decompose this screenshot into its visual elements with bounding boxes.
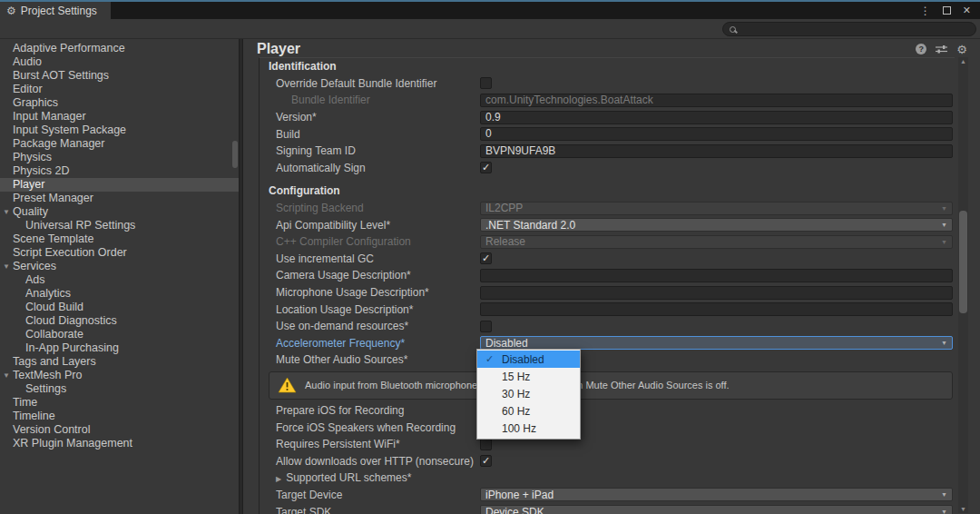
dropdown-value: Release — [485, 235, 525, 248]
sidebar-item-label: Cloud Build — [25, 301, 83, 313]
sidebar-item-in-app-purchasing[interactable]: In-App Purchasing — [0, 341, 239, 355]
sidebar-item-time[interactable]: Time — [0, 396, 239, 410]
sidebar-item-cloud-diagnostics[interactable]: Cloud Diagnostics — [0, 314, 239, 328]
sidebar-item-physics[interactable]: Physics — [0, 151, 239, 164]
textfield-microphone-usage-description[interactable] — [480, 286, 953, 300]
checkbox-allow-downloads-over-http-nonsecure[interactable]: ✓ — [480, 455, 492, 467]
sidebar-item-xr-plugin-management[interactable]: XR Plugin Management — [0, 437, 239, 450]
sidebar-item-analytics[interactable]: Analytics — [0, 287, 239, 301]
page-title: Player — [257, 41, 300, 57]
sidebar-item-label: Cloud Diagnostics — [25, 314, 117, 327]
warning-icon — [278, 377, 297, 393]
sidebar-item-label: Input Manager — [13, 110, 86, 123]
sidebar-item-label: Version Control — [13, 423, 90, 436]
label-use-on-demand-resources: Use on-demand resources* — [260, 320, 480, 332]
dropdown-value: Disabled — [485, 337, 528, 350]
sidebar-item-cloud-build[interactable]: Cloud Build — [0, 301, 239, 314]
sidebar-item-editor[interactable]: Editor — [0, 83, 239, 96]
sidebar-item-input-system-package[interactable]: Input System Package — [0, 124, 239, 137]
sidebar-item-timeline[interactable]: Timeline — [0, 410, 239, 423]
close-icon[interactable]: ✕ — [963, 5, 971, 16]
dropdown-option-disabled[interactable]: ✓Disabled — [477, 351, 580, 368]
label-version: Version* — [260, 111, 480, 124]
gear-icon: ⚙ — [6, 5, 16, 16]
label-bundle-identifier: Bundle Identifier — [260, 94, 480, 106]
scrollbar-thumb[interactable] — [959, 211, 967, 313]
sidebar-item-label: Adaptive Performance — [13, 42, 125, 54]
checkbox-override-default-bundle-identifier[interactable] — [480, 77, 492, 89]
sidebar-item-preset-manager[interactable]: Preset Manager — [0, 192, 239, 205]
search-input[interactable] — [740, 24, 969, 35]
sidebar-item-label: Editor — [13, 83, 43, 95]
dropdown-c-compiler-configuration: Release▼ — [480, 235, 953, 249]
sidebar-item-settings[interactable]: Settings — [0, 382, 239, 396]
sidebar-item-burst-aot-settings[interactable]: Burst AOT Settings — [0, 69, 239, 83]
dropdown-target-sdk[interactable]: Device SDK▼ — [480, 505, 953, 514]
sidebar-item-ads[interactable]: Ads — [0, 273, 239, 287]
sidebar-item-label: TextMesh Pro — [13, 369, 82, 381]
dropdown-option-30-hz[interactable]: 30 Hz — [477, 385, 580, 402]
textfield-location-usage-description[interactable] — [480, 302, 953, 316]
sidebar-item-version-control[interactable]: Version Control — [0, 423, 239, 437]
window-menu-icon[interactable]: ⋮ — [920, 5, 931, 17]
checkbox-use-on-demand-resources[interactable] — [480, 321, 492, 332]
dropdown-value: Device SDK — [485, 506, 544, 514]
sidebar-item-script-execution-order[interactable]: Script Execution Order — [0, 246, 239, 260]
label-location-usage-description: Location Usage Description* — [260, 303, 480, 316]
sidebar-item-services[interactable]: ▼Services — [0, 260, 239, 273]
sidebar-item-audio[interactable]: Audio — [0, 55, 239, 69]
search-box[interactable] — [722, 22, 976, 36]
checkbox-use-incremental-gc[interactable]: ✓ — [480, 252, 492, 264]
preset-icon[interactable] — [936, 44, 947, 54]
vertical-scrollbar[interactable]: ▲ ▼ — [958, 57, 968, 513]
dropdown-option-label: 30 Hz — [502, 388, 530, 400]
scroll-up-icon[interactable]: ▲ — [958, 58, 968, 64]
scroll-down-icon[interactable]: ▼ — [958, 506, 968, 512]
checkbox-requires-persistent-wifi[interactable] — [480, 439, 492, 450]
label-allow-downloads-over-http-nonsecure: Allow downloads over HTTP (nonsecure) — [260, 455, 480, 468]
textfield-build[interactable]: 0 — [480, 127, 953, 141]
chevron-down-icon: ▼ — [941, 491, 947, 498]
sidebar-item-label: Analytics — [25, 287, 71, 300]
sidebar-item-label: Input System Package — [13, 124, 126, 136]
textfield-signing-team-id[interactable]: BVPN9UFA9B — [480, 144, 953, 158]
sidebar-item-label: Time — [13, 396, 37, 409]
checkbox-automatically-sign[interactable]: ✓ — [480, 162, 492, 173]
sidebar-item-universal-rp-settings[interactable]: Universal RP Settings — [0, 219, 239, 232]
sidebar-item-tags-and-layers[interactable]: Tags and Layers — [0, 355, 239, 369]
sidebar-item-label: Timeline — [13, 410, 55, 422]
project-settings-window: ⚙ Project Settings ⋮ ✕ Adaptive Performa… — [0, 0, 980, 514]
dropdown-target-device[interactable]: iPhone + iPad▼ — [480, 488, 953, 501]
sidebar-item-physics-2d[interactable]: Physics 2D — [0, 164, 239, 178]
sidebar-item-textmesh-pro[interactable]: ▼TextMesh Pro — [0, 369, 239, 382]
sidebar-item-label: Services — [13, 260, 56, 272]
chevron-down-icon: ▼ — [3, 369, 10, 382]
foldout-supported-url-schemes[interactable]: ▶Supported URL schemes* — [260, 471, 480, 484]
textfield-camera-usage-description[interactable] — [480, 269, 953, 282]
sidebar-item-collaborate[interactable]: Collaborate — [0, 328, 239, 341]
sidebar-item-graphics[interactable]: Graphics — [0, 96, 239, 110]
sidebar-item-label: Preset Manager — [13, 192, 93, 204]
dropdown-option-15-hz[interactable]: 15 Hz — [477, 368, 580, 385]
dropdown-api-compatibility-level[interactable]: .NET Standard 2.0▼ — [480, 218, 953, 232]
sidebar-item-quality[interactable]: ▼Quality — [0, 205, 239, 219]
tab-project-settings[interactable]: ⚙ Project Settings — [0, 2, 111, 19]
sidebar-item-label: Scene Template — [13, 232, 93, 245]
maximize-icon[interactable] — [943, 6, 951, 15]
settings-content: IdentificationOverride Default Bundle Id… — [259, 57, 955, 514]
textfield-version[interactable]: 0.9 — [480, 111, 953, 124]
sidebar-item-input-manager[interactable]: Input Manager — [0, 110, 239, 124]
dropdown-option-60-hz[interactable]: 60 Hz — [477, 403, 580, 420]
dropdown-scripting-backend: IL2CPP▼ — [480, 202, 953, 215]
sidebar-item-player[interactable]: Player — [0, 178, 239, 192]
sidebar-item-adaptive-performance[interactable]: Adaptive Performance — [0, 42, 239, 55]
chevron-down-icon: ▼ — [3, 205, 10, 219]
help-icon[interactable]: ? — [916, 44, 926, 54]
sidebar-item-scene-template[interactable]: Scene Template — [0, 232, 239, 246]
chevron-down-icon: ▼ — [941, 340, 947, 346]
title-bar: ⚙ Project Settings ⋮ ✕ — [0, 0, 980, 19]
settings-gear-icon[interactable]: ⚙ — [956, 44, 967, 55]
sidebar-item-package-manager[interactable]: Package Manager — [0, 137, 239, 151]
dropdown-option-100-hz[interactable]: 100 Hz — [477, 420, 580, 438]
accelerometer-frequency-dropdown-menu: ✓Disabled15 Hz30 Hz60 Hz100 Hz — [476, 349, 581, 440]
